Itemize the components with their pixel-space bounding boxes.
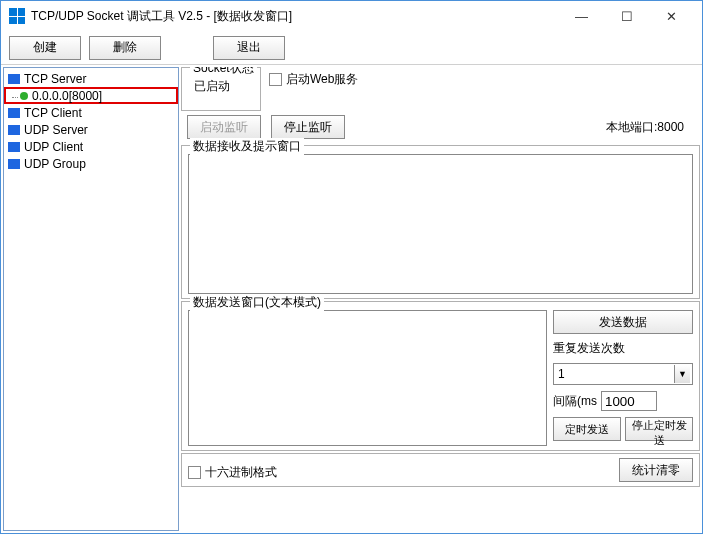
repeat-select[interactable]: 1 ▼ (553, 363, 693, 385)
chevron-down-icon: ▼ (674, 365, 690, 383)
server-icon (8, 142, 20, 152)
stats-clear-button[interactable]: 统计清零 (619, 458, 693, 482)
active-icon (20, 92, 28, 100)
bottom-row: 十六进制格式 统计清零 (181, 453, 700, 487)
exit-button[interactable]: 退出 (213, 36, 285, 60)
socket-legend: Socket状态 (190, 67, 257, 77)
sidebar-tree[interactable]: TCP Server 0.0.0.0[8000] TCP Client UDP … (3, 67, 179, 531)
maximize-button[interactable]: ☐ (604, 2, 649, 31)
status-strip: Socket状态 已启动 启动Web服务 (181, 67, 700, 111)
timer-stop-button[interactable]: 停止定时发送 (625, 417, 693, 441)
main-panel: Socket状态 已启动 启动Web服务 启动监听 停止监听 本地端口:8000… (181, 67, 700, 531)
receive-group: 数据接收及提示窗口 (181, 145, 700, 299)
send-controls: 发送数据 重复发送次数 1 ▼ 间隔(ms 定时发送 停止定时发送 (553, 310, 693, 446)
interval-input[interactable] (601, 391, 657, 411)
checkbox-icon (188, 466, 201, 479)
tree-label: TCP Client (24, 106, 82, 120)
stop-listen-button[interactable]: 停止监听 (271, 115, 345, 139)
server-icon (8, 108, 20, 118)
receive-textarea[interactable] (188, 154, 693, 294)
send-legend: 数据发送窗口(文本模式) (190, 294, 324, 311)
repeat-label: 重复发送次数 (553, 340, 693, 357)
toolbar: 创建 删除 退出 (1, 31, 702, 65)
close-button[interactable]: ✕ (649, 2, 694, 31)
send-group: 数据发送窗口(文本模式) 发送数据 重复发送次数 1 ▼ 间隔(ms (181, 301, 700, 451)
webservice-checkbox[interactable]: 启动Web服务 (269, 71, 358, 88)
window-controls: — ☐ ✕ (559, 2, 694, 31)
local-port-label: 本地端口:8000 (606, 119, 694, 136)
tree-label: UDP Client (24, 140, 83, 154)
tree-listener-selected[interactable]: 0.0.0.0[8000] (4, 87, 178, 104)
send-button[interactable]: 发送数据 (553, 310, 693, 334)
checkbox-label: 启动Web服务 (286, 71, 358, 88)
timer-start-button[interactable]: 定时发送 (553, 417, 621, 441)
socket-status-group: Socket状态 已启动 (181, 67, 261, 111)
tree-label: TCP Server (24, 72, 86, 86)
create-button[interactable]: 创建 (9, 36, 81, 60)
delete-button[interactable]: 删除 (89, 36, 161, 60)
receive-legend: 数据接收及提示窗口 (190, 138, 304, 155)
tree-label: UDP Group (24, 157, 86, 171)
titlebar: TCP/UDP Socket 调试工具 V2.5 - [数据收发窗口] — ☐ … (1, 1, 702, 31)
content-area: TCP Server 0.0.0.0[8000] TCP Client UDP … (1, 65, 702, 533)
repeat-value: 1 (558, 367, 565, 381)
app-window: TCP/UDP Socket 调试工具 V2.5 - [数据收发窗口] — ☐ … (0, 0, 703, 534)
send-textarea[interactable] (188, 310, 547, 446)
start-listen-button[interactable]: 启动监听 (187, 115, 261, 139)
checkbox-label: 十六进制格式 (205, 464, 277, 481)
tree-udp-group[interactable]: UDP Group (4, 155, 178, 172)
interval-label: 间隔(ms (553, 393, 597, 410)
tree-udp-server[interactable]: UDP Server (4, 121, 178, 138)
tree-tcp-server[interactable]: TCP Server (4, 70, 178, 87)
server-icon (8, 159, 20, 169)
tree-tcp-client[interactable]: TCP Client (4, 104, 178, 121)
tree-label: 0.0.0.0[8000] (32, 89, 102, 103)
tree-udp-client[interactable]: UDP Client (4, 138, 178, 155)
app-icon (9, 8, 25, 24)
server-icon (8, 125, 20, 135)
checkbox-icon (269, 73, 282, 86)
server-icon (8, 74, 20, 84)
hex-checkbox[interactable]: 十六进制格式 (188, 464, 277, 481)
tree-label: UDP Server (24, 123, 88, 137)
window-title: TCP/UDP Socket 调试工具 V2.5 - [数据收发窗口] (31, 8, 559, 25)
minimize-button[interactable]: — (559, 2, 604, 31)
